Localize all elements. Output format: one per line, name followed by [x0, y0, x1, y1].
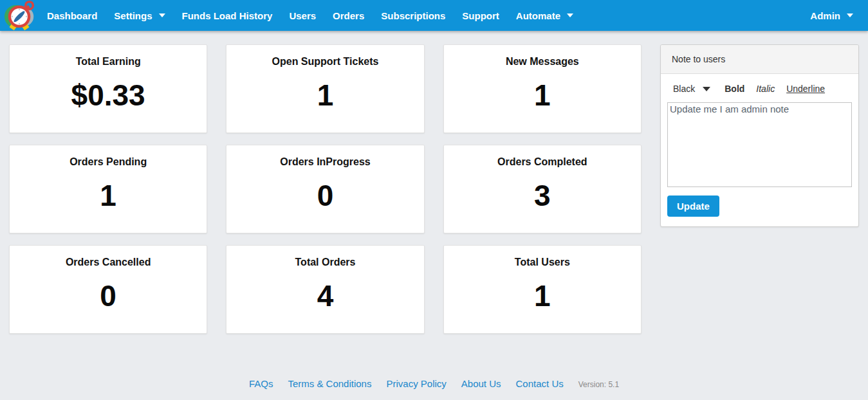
chevron-down-icon	[847, 14, 853, 17]
stat-card-title: Orders Completed	[444, 155, 641, 168]
stat-card-value: 1	[226, 80, 423, 111]
nav-item-subscriptions[interactable]: Subscriptions	[373, 0, 454, 31]
stat-card-title: Orders Pending	[10, 155, 207, 168]
note-panel-title: Note to users	[661, 45, 858, 74]
italic-button[interactable]: Italic	[756, 84, 775, 94]
nav-item-label: Automate	[516, 10, 560, 21]
compass-clock-logo-icon	[4, 0, 35, 31]
nav-item-settings[interactable]: Settings	[106, 0, 173, 31]
stat-card-orders-completed: Orders Completed 3	[443, 145, 642, 233]
app-logo[interactable]	[4, 0, 35, 31]
nav-item-orders[interactable]: Orders	[324, 0, 373, 31]
nav-item-funds-load-history[interactable]: Funds Load History	[174, 0, 281, 31]
stat-card-orders-pending: Orders Pending 1	[9, 145, 207, 233]
nav-item-admin[interactable]: Admin	[802, 0, 862, 31]
nav-item-label: Orders	[333, 10, 364, 21]
nav-item-label: Subscriptions	[381, 10, 445, 21]
stats-cards-grid: Total Earning $0.33 Open Support Tickets…	[9, 44, 642, 334]
nav-item-label: Support	[462, 10, 499, 21]
note-editor-toolbar: Black Bold Italic Underline	[661, 74, 858, 102]
nav-item-automate[interactable]: Automate	[508, 0, 582, 31]
text-color-select[interactable]: Black	[673, 84, 710, 94]
footer-link-contact-us[interactable]: Contact Us	[516, 378, 564, 389]
stat-card-total-earning: Total Earning $0.33	[9, 44, 207, 133]
page-footer: FAQs Terms & Conditions Privacy Policy A…	[0, 378, 868, 389]
stat-card-value: 1	[444, 280, 641, 311]
stat-card-title: Orders InProgress	[226, 155, 423, 168]
stat-card-title: Total Earning	[10, 55, 207, 68]
stat-card-title: Orders Cancelled	[10, 255, 207, 269]
footer-link-faqs[interactable]: FAQs	[249, 378, 273, 389]
update-note-button[interactable]: Update	[667, 195, 719, 217]
nav-item-label: Dashboard	[47, 10, 97, 21]
stat-card-value: 0	[226, 180, 423, 211]
stat-card-new-messages: New Messages 1	[443, 44, 642, 133]
stat-card-orders-inprogress: Orders InProgress 0	[226, 145, 424, 233]
nav-item-label: Users	[289, 10, 316, 21]
stat-card-value: 1	[444, 80, 641, 111]
top-navbar: Dashboard Settings Funds Load History Us…	[0, 0, 868, 31]
stat-card-total-orders: Total Orders 4	[226, 245, 424, 334]
footer-link-about-us[interactable]: About Us	[461, 378, 501, 389]
stat-card-open-support-tickets: Open Support Tickets 1	[226, 44, 424, 133]
admin-menu-label: Admin	[810, 10, 840, 21]
stat-card-value: 4	[226, 280, 423, 311]
text-color-select-value: Black	[673, 84, 695, 94]
version-text: Version: 5.1	[578, 380, 619, 389]
chevron-down-icon	[159, 14, 165, 17]
nav-item-support[interactable]: Support	[454, 0, 508, 31]
nav-item-label: Funds Load History	[182, 10, 273, 21]
nav-item-label: Settings	[114, 10, 152, 21]
note-textarea[interactable]: Update me I am admin note	[667, 102, 852, 187]
bold-button[interactable]: Bold	[725, 84, 744, 94]
stat-card-value: 0	[10, 280, 207, 311]
stat-card-value: 1	[10, 180, 207, 211]
chevron-down-icon	[703, 87, 710, 91]
chevron-down-icon	[567, 14, 573, 17]
main-content: Total Earning $0.33 Open Support Tickets…	[0, 31, 868, 334]
nav-items: Dashboard Settings Funds Load History Us…	[39, 0, 582, 31]
stat-card-value: 3	[444, 180, 641, 211]
underline-button[interactable]: Underline	[786, 84, 825, 94]
stat-card-title: Open Support Tickets	[226, 55, 423, 68]
stat-card-orders-cancelled: Orders Cancelled 0	[9, 245, 207, 334]
note-to-users-panel: Note to users Black Bold Italic Underlin…	[660, 44, 859, 227]
nav-item-dashboard[interactable]: Dashboard	[39, 0, 106, 31]
nav-item-users[interactable]: Users	[281, 0, 324, 31]
stat-card-title: Total Orders	[226, 255, 423, 269]
stat-card-title: New Messages	[444, 55, 641, 68]
stat-card-value: $0.33	[10, 80, 207, 111]
footer-link-terms-conditions[interactable]: Terms & Conditions	[288, 378, 371, 389]
stat-card-title: Total Users	[444, 255, 641, 269]
stat-card-total-users: Total Users 1	[443, 245, 642, 334]
footer-link-privacy-policy[interactable]: Privacy Policy	[386, 378, 446, 389]
